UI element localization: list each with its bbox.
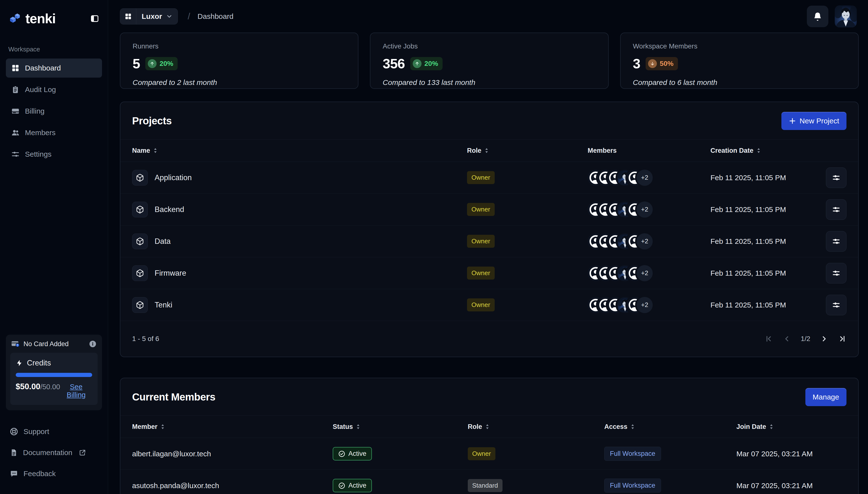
member-avatars: +2 [588, 170, 653, 186]
sidebar-item-feedback[interactable]: Feedback [6, 463, 102, 484]
arrow-up-icon [413, 59, 421, 68]
check-circle-icon [338, 482, 346, 489]
column-header-name[interactable]: Name [132, 147, 467, 154]
footer-item-label: Feedback [23, 470, 56, 478]
check-circle-icon [338, 450, 346, 457]
project-name: Tenki [155, 301, 172, 309]
status-badge: Active [333, 479, 372, 492]
member-avatars: +2 [588, 233, 653, 249]
chevron-down-icon [166, 13, 173, 20]
grid-icon [124, 13, 132, 20]
main-area: Luxor / Dashboard [108, 0, 868, 494]
more-members-badge: +2 [636, 202, 653, 217]
column-header-role[interactable]: Role [468, 423, 604, 431]
sidebar-item-settings[interactable]: Settings [6, 145, 102, 164]
project-actions-button[interactable] [826, 231, 847, 252]
manage-members-button[interactable]: Manage [805, 388, 847, 406]
column-header-member[interactable]: Member [132, 423, 333, 431]
access-badge: Full Workspace [604, 447, 661, 461]
role-badge: Owner [467, 203, 495, 216]
sidebar-item-documentation[interactable]: Documentation [6, 442, 102, 463]
sort-icon [485, 148, 488, 153]
last-page-button[interactable] [838, 335, 847, 343]
sidebar-collapse-button[interactable] [89, 13, 100, 24]
previous-page-button[interactable] [783, 335, 791, 343]
footer-item-label: Support [23, 428, 49, 436]
stat-value: 5 [133, 56, 140, 72]
next-page-button[interactable] [820, 335, 828, 343]
notifications-button[interactable] [807, 6, 828, 27]
credits-progress-fill [16, 373, 92, 377]
creation-date: Feb 11 2025, 11:05 PM [710, 237, 815, 246]
member-email: asutosh.panda@luxor.tech [132, 481, 333, 490]
box-icon [132, 233, 148, 249]
grid-icon [11, 64, 20, 72]
join-date: Mar 07 2025, 03:21 AM [736, 481, 847, 490]
file-text-icon [10, 449, 18, 457]
more-members-badge: +2 [636, 233, 653, 249]
sort-icon [631, 424, 634, 430]
sidebar-item-support[interactable]: Support [6, 421, 102, 442]
sidebar-item-members[interactable]: Members [6, 123, 102, 142]
stat-delta-badge: 20% [145, 57, 178, 70]
sort-icon [486, 424, 489, 430]
sidebar-bottom: No Card Added Credits [6, 335, 102, 484]
first-page-button[interactable] [765, 335, 773, 343]
projects-table-header: Name Role Members Creation Date [120, 139, 858, 162]
sidebar-nav: Dashboard Audit Log Billing [6, 58, 102, 164]
workspace-grid-segment [120, 8, 136, 24]
bell-icon [813, 12, 823, 21]
projects-title: Projects [132, 115, 172, 127]
column-header-creation-date[interactable]: Creation Date [710, 147, 815, 154]
info-icon[interactable] [89, 340, 97, 348]
stat-note: Compared to 133 last month [382, 78, 596, 87]
project-actions-button[interactable] [826, 168, 847, 188]
arrow-down-icon [648, 59, 657, 68]
role-badge: Owner [467, 171, 495, 184]
projects-panel: Projects New Project Name Role [120, 101, 859, 357]
credits-amount: $50.00 [16, 382, 40, 391]
external-link-icon [79, 449, 86, 456]
workspace-switcher[interactable]: Luxor [120, 8, 178, 24]
project-name: Firmware [155, 269, 186, 278]
sidebar-item-label: Settings [25, 150, 52, 158]
stat-note: Compared to 2 last month [133, 78, 346, 87]
sort-icon [161, 424, 164, 430]
sidebar-item-label: Members [25, 129, 56, 137]
app-title: tenki [25, 11, 56, 26]
column-header-role[interactable]: Role [467, 147, 588, 154]
project-row: Application Owner +2 Feb 11 2025 [120, 162, 858, 194]
column-header-access[interactable]: Access [604, 423, 736, 431]
billing-card: No Card Added Credits [6, 335, 102, 410]
sidebar-item-billing[interactable]: Billing [6, 101, 102, 121]
breadcrumb-page: Dashboard [197, 12, 233, 21]
stat-card-runners: Runners 5 20% Compared to 2 last month [120, 33, 358, 89]
project-name: Application [155, 173, 192, 182]
projects-pagination: 1 - 5 of 6 1/2 [120, 321, 858, 357]
box-icon [132, 202, 148, 217]
new-project-button[interactable]: New Project [782, 112, 847, 130]
creation-date: Feb 11 2025, 11:05 PM [710, 301, 815, 309]
project-actions-button[interactable] [826, 263, 847, 284]
project-actions-button[interactable] [826, 295, 847, 315]
column-header-join-date[interactable]: Join Date [736, 423, 847, 431]
project-actions-button[interactable] [826, 199, 847, 220]
more-members-badge: +2 [636, 297, 653, 313]
workspace-name: Luxor [142, 12, 162, 21]
project-row: Tenki Owner +2 Feb 11 2025, 11:0 [120, 289, 858, 321]
page-range: 1 - 5 of 6 [132, 335, 159, 343]
more-members-badge: +2 [636, 170, 653, 186]
sidebar-item-dashboard[interactable]: Dashboard [6, 58, 102, 78]
project-row: Backend Owner +2 Feb 11 2025, 11 [120, 194, 858, 226]
sidebar-item-audit-log[interactable]: Audit Log [6, 80, 102, 99]
creation-date: Feb 11 2025, 11:05 PM [710, 174, 815, 182]
user-avatar[interactable] [835, 5, 857, 27]
see-billing-link[interactable]: See Billing [60, 383, 92, 399]
users-icon [11, 129, 20, 137]
life-buoy-icon [10, 428, 18, 436]
stats-row: Runners 5 20% Compared to 2 last month A… [120, 33, 859, 89]
column-header-status[interactable]: Status [333, 423, 468, 431]
stat-value: 3 [633, 56, 640, 72]
sort-icon [757, 148, 761, 153]
footer-item-label: Documentation [23, 449, 73, 457]
